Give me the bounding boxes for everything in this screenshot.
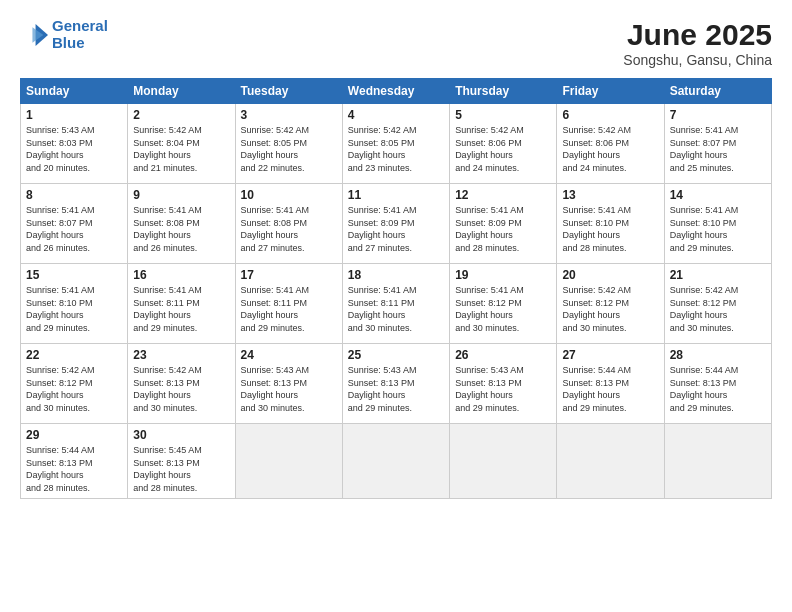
main-title: June 2025 [623, 18, 772, 52]
calendar-cell: 22Sunrise: 5:42 AMSunset: 8:12 PMDayligh… [21, 344, 128, 424]
day-number: 12 [455, 188, 551, 202]
day-number: 8 [26, 188, 122, 202]
day-number: 26 [455, 348, 551, 362]
calendar-cell: 2Sunrise: 5:42 AMSunset: 8:04 PMDaylight… [128, 104, 235, 184]
logo-line2: Blue [52, 34, 85, 51]
day-info: Sunrise: 5:43 AMSunset: 8:13 PMDaylight … [348, 364, 444, 414]
day-number: 10 [241, 188, 337, 202]
day-info: Sunrise: 5:42 AMSunset: 8:05 PMDaylight … [241, 124, 337, 174]
calendar-cell: 12Sunrise: 5:41 AMSunset: 8:09 PMDayligh… [450, 184, 557, 264]
day-info: Sunrise: 5:42 AMSunset: 8:12 PMDaylight … [562, 284, 658, 334]
day-info: Sunrise: 5:43 AMSunset: 8:13 PMDaylight … [241, 364, 337, 414]
calendar-day-header: Monday [128, 79, 235, 104]
day-info: Sunrise: 5:42 AMSunset: 8:05 PMDaylight … [348, 124, 444, 174]
calendar-cell: 6Sunrise: 5:42 AMSunset: 8:06 PMDaylight… [557, 104, 664, 184]
day-info: Sunrise: 5:42 AMSunset: 8:04 PMDaylight … [133, 124, 229, 174]
day-number: 15 [26, 268, 122, 282]
day-info: Sunrise: 5:42 AMSunset: 8:06 PMDaylight … [455, 124, 551, 174]
day-info: Sunrise: 5:41 AMSunset: 8:07 PMDaylight … [26, 204, 122, 254]
day-number: 17 [241, 268, 337, 282]
calendar-cell: 15Sunrise: 5:41 AMSunset: 8:10 PMDayligh… [21, 264, 128, 344]
day-number: 20 [562, 268, 658, 282]
day-info: Sunrise: 5:41 AMSunset: 8:08 PMDaylight … [133, 204, 229, 254]
day-info: Sunrise: 5:41 AMSunset: 8:11 PMDaylight … [348, 284, 444, 334]
day-number: 13 [562, 188, 658, 202]
logo-text: General Blue [52, 18, 108, 51]
calendar-cell [235, 424, 342, 499]
day-info: Sunrise: 5:43 AMSunset: 8:13 PMDaylight … [455, 364, 551, 414]
day-info: Sunrise: 5:42 AMSunset: 8:13 PMDaylight … [133, 364, 229, 414]
day-info: Sunrise: 5:43 AMSunset: 8:03 PMDaylight … [26, 124, 122, 174]
day-info: Sunrise: 5:44 AMSunset: 8:13 PMDaylight … [562, 364, 658, 414]
logo-icon [20, 21, 48, 49]
day-info: Sunrise: 5:41 AMSunset: 8:12 PMDaylight … [455, 284, 551, 334]
calendar-cell: 14Sunrise: 5:41 AMSunset: 8:10 PMDayligh… [664, 184, 771, 264]
day-number: 4 [348, 108, 444, 122]
day-number: 18 [348, 268, 444, 282]
day-number: 28 [670, 348, 766, 362]
calendar-cell: 16Sunrise: 5:41 AMSunset: 8:11 PMDayligh… [128, 264, 235, 344]
calendar-cell: 18Sunrise: 5:41 AMSunset: 8:11 PMDayligh… [342, 264, 449, 344]
day-number: 22 [26, 348, 122, 362]
calendar-cell: 7Sunrise: 5:41 AMSunset: 8:07 PMDaylight… [664, 104, 771, 184]
calendar-cell: 25Sunrise: 5:43 AMSunset: 8:13 PMDayligh… [342, 344, 449, 424]
day-number: 24 [241, 348, 337, 362]
day-number: 29 [26, 428, 122, 442]
day-info: Sunrise: 5:45 AMSunset: 8:13 PMDaylight … [133, 444, 229, 494]
calendar-day-header: Wednesday [342, 79, 449, 104]
calendar-cell: 20Sunrise: 5:42 AMSunset: 8:12 PMDayligh… [557, 264, 664, 344]
calendar-cell: 24Sunrise: 5:43 AMSunset: 8:13 PMDayligh… [235, 344, 342, 424]
day-number: 2 [133, 108, 229, 122]
day-number: 3 [241, 108, 337, 122]
day-number: 6 [562, 108, 658, 122]
calendar-day-header: Friday [557, 79, 664, 104]
calendar-week-row: 29Sunrise: 5:44 AMSunset: 8:13 PMDayligh… [21, 424, 772, 499]
day-number: 30 [133, 428, 229, 442]
day-number: 14 [670, 188, 766, 202]
calendar-cell: 5Sunrise: 5:42 AMSunset: 8:06 PMDaylight… [450, 104, 557, 184]
calendar-cell: 13Sunrise: 5:41 AMSunset: 8:10 PMDayligh… [557, 184, 664, 264]
calendar-cell: 3Sunrise: 5:42 AMSunset: 8:05 PMDaylight… [235, 104, 342, 184]
calendar-cell [557, 424, 664, 499]
day-number: 25 [348, 348, 444, 362]
calendar-day-header: Thursday [450, 79, 557, 104]
day-info: Sunrise: 5:41 AMSunset: 8:10 PMDaylight … [26, 284, 122, 334]
day-info: Sunrise: 5:44 AMSunset: 8:13 PMDaylight … [670, 364, 766, 414]
day-number: 23 [133, 348, 229, 362]
calendar-cell: 17Sunrise: 5:41 AMSunset: 8:11 PMDayligh… [235, 264, 342, 344]
day-number: 21 [670, 268, 766, 282]
calendar-cell: 27Sunrise: 5:44 AMSunset: 8:13 PMDayligh… [557, 344, 664, 424]
calendar-cell: 28Sunrise: 5:44 AMSunset: 8:13 PMDayligh… [664, 344, 771, 424]
logo: General Blue [20, 18, 108, 51]
day-number: 19 [455, 268, 551, 282]
day-info: Sunrise: 5:41 AMSunset: 8:10 PMDaylight … [562, 204, 658, 254]
day-info: Sunrise: 5:41 AMSunset: 8:11 PMDaylight … [241, 284, 337, 334]
day-info: Sunrise: 5:41 AMSunset: 8:11 PMDaylight … [133, 284, 229, 334]
day-number: 5 [455, 108, 551, 122]
calendar-cell: 23Sunrise: 5:42 AMSunset: 8:13 PMDayligh… [128, 344, 235, 424]
day-info: Sunrise: 5:42 AMSunset: 8:12 PMDaylight … [26, 364, 122, 414]
calendar-cell [342, 424, 449, 499]
day-info: Sunrise: 5:41 AMSunset: 8:07 PMDaylight … [670, 124, 766, 174]
calendar-header-row: SundayMondayTuesdayWednesdayThursdayFrid… [21, 79, 772, 104]
calendar-cell: 4Sunrise: 5:42 AMSunset: 8:05 PMDaylight… [342, 104, 449, 184]
day-info: Sunrise: 5:42 AMSunset: 8:12 PMDaylight … [670, 284, 766, 334]
day-number: 9 [133, 188, 229, 202]
calendar-cell [664, 424, 771, 499]
page: General Blue June 2025 Songshu, Gansu, C… [0, 0, 792, 612]
calendar-cell: 30Sunrise: 5:45 AMSunset: 8:13 PMDayligh… [128, 424, 235, 499]
calendar-cell: 9Sunrise: 5:41 AMSunset: 8:08 PMDaylight… [128, 184, 235, 264]
calendar-cell [450, 424, 557, 499]
day-info: Sunrise: 5:41 AMSunset: 8:09 PMDaylight … [348, 204, 444, 254]
calendar-cell: 10Sunrise: 5:41 AMSunset: 8:08 PMDayligh… [235, 184, 342, 264]
calendar-cell: 26Sunrise: 5:43 AMSunset: 8:13 PMDayligh… [450, 344, 557, 424]
calendar-week-row: 1Sunrise: 5:43 AMSunset: 8:03 PMDaylight… [21, 104, 772, 184]
calendar: SundayMondayTuesdayWednesdayThursdayFrid… [20, 78, 772, 499]
calendar-day-header: Tuesday [235, 79, 342, 104]
day-number: 16 [133, 268, 229, 282]
day-info: Sunrise: 5:41 AMSunset: 8:08 PMDaylight … [241, 204, 337, 254]
calendar-week-row: 15Sunrise: 5:41 AMSunset: 8:10 PMDayligh… [21, 264, 772, 344]
logo-line1: General [52, 17, 108, 34]
day-info: Sunrise: 5:42 AMSunset: 8:06 PMDaylight … [562, 124, 658, 174]
day-number: 7 [670, 108, 766, 122]
